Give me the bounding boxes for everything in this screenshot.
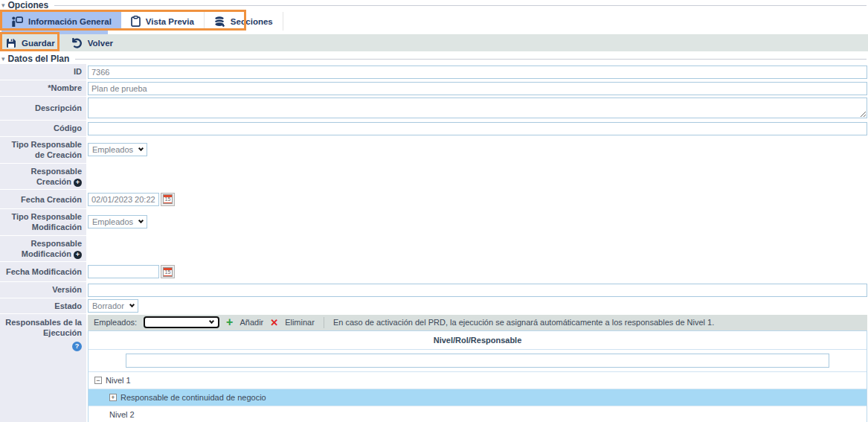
fecha-modificacion-input[interactable] <box>88 265 159 278</box>
tab-label: Secciones <box>231 17 273 26</box>
codigo-label: Código <box>0 121 86 136</box>
responsables-panel: Empleados: + Añadir ✕ Eliminar En caso d… <box>88 315 867 422</box>
volver-label: Volver <box>88 39 113 48</box>
responsable-creacion-label: Responsable Creación+ <box>0 164 86 190</box>
tab-label: Vista Previa <box>146 17 194 26</box>
chevron-down-icon <box>129 302 135 307</box>
estado-select[interactable]: Borrador <box>88 299 138 313</box>
tab-bar: Información General Vista Previa <box>0 12 868 31</box>
expand-toggle-icon[interactable]: + <box>109 394 117 401</box>
fecha-creacion-input[interactable] <box>88 193 159 206</box>
nombre-input[interactable] <box>88 82 867 95</box>
form-row-tipo-responsable-creacion: Tipo Responsable de Creación Empleados <box>0 137 868 163</box>
fecha-modificacion-label: Fecha Modificación <box>0 262 86 281</box>
form-row-responsables-ejecucion: Responsables de la Ejecución ? Empleados… <box>0 314 868 422</box>
tree-row-label: Nivel 1 <box>106 376 131 385</box>
responsables-toolbar: Empleados: + Añadir ✕ Eliminar En caso d… <box>88 315 867 330</box>
undo-arrow-icon <box>71 38 83 48</box>
empleado-select[interactable] <box>144 316 219 328</box>
tipo-responsable-creacion-select[interactable]: Empleados <box>88 143 147 156</box>
form-row-responsable-modificacion: Responsable Modificación+ <box>0 236 868 262</box>
responsable-creacion-value <box>86 164 868 190</box>
table-filter-row <box>89 350 867 372</box>
add-responsable-creacion-icon[interactable]: + <box>74 179 82 187</box>
tab-vista-previa[interactable]: Vista Previa <box>121 12 205 31</box>
chevron-down-icon <box>209 319 214 324</box>
responsable-modificacion-value <box>86 236 868 262</box>
form-row-codigo: Código <box>0 121 868 136</box>
eliminar-button[interactable]: Eliminar <box>285 318 315 327</box>
opciones-title: Opciones <box>8 0 49 10</box>
form-row-id: ID <box>0 64 868 80</box>
tree-filter-input[interactable] <box>126 354 829 368</box>
version-input[interactable] <box>88 284 867 297</box>
clipboard-icon <box>131 16 141 27</box>
opciones-section-header: ▾ Opciones <box>0 0 868 10</box>
tab-label: Información General <box>28 17 112 26</box>
estado-label: Estado <box>0 298 86 313</box>
plan-edit-page: ▾ Opciones Información General Vist <box>0 0 868 422</box>
form-row-nombre: *Nombre <box>0 80 868 96</box>
tab-informacion-general[interactable]: Información General <box>1 12 121 31</box>
descripcion-textarea[interactable] <box>88 97 867 118</box>
calendar-icon: 15 <box>163 194 173 204</box>
tree-row-label: Responsable de continuidad de negocio <box>120 393 266 402</box>
id-input[interactable] <box>88 65 867 79</box>
anadir-button[interactable]: Añadir <box>239 318 263 327</box>
tree-row-label: Nivel 2 <box>109 410 135 419</box>
calendar-icon: 15 <box>163 267 173 277</box>
form-row-tipo-responsable-modificacion: Tipo Responsable Modificación Empleados <box>0 209 868 235</box>
version-label: Versión <box>0 282 86 297</box>
delete-icon[interactable]: ✕ <box>270 318 278 327</box>
datos-title: Datos del Plan <box>8 54 70 64</box>
nombre-label: *Nombre <box>0 80 86 96</box>
responsable-modificacion-label: Responsable Modificación+ <box>0 236 86 262</box>
toolbar: Guardar Volver <box>0 34 868 51</box>
form-row-version: Versión <box>0 282 868 297</box>
database-icon <box>214 16 225 27</box>
divider <box>324 317 324 328</box>
divider <box>54 5 867 6</box>
add-icon[interactable]: + <box>226 316 233 328</box>
tree-row-nivel-1[interactable]: − Nivel 1 <box>89 372 867 389</box>
datos-section-header: ▾ Datos del Plan <box>0 54 868 64</box>
collapse-arrow-icon[interactable]: ▾ <box>1 2 5 9</box>
form-row-descripcion: Descripción <box>0 97 868 120</box>
tipo-responsable-modificacion-select[interactable]: Empleados <box>88 215 147 228</box>
divider <box>75 59 867 60</box>
save-icon <box>6 38 16 48</box>
tree-row-nivel-2[interactable]: Nivel 2 <box>89 406 867 422</box>
help-icon[interactable]: ? <box>72 342 82 351</box>
codigo-input[interactable] <box>88 122 867 135</box>
add-responsable-modificacion-icon[interactable]: + <box>74 251 82 259</box>
form-row-fecha-modificacion: Fecha Modificación 15 <box>0 262 868 281</box>
responsables-table: Nivel/Rol/Responsable − Nivel 1 + Respon… <box>88 330 867 422</box>
plan-form: ID *Nombre Descripción Código Tipo Respo… <box>0 64 868 422</box>
form-row-estado: Estado Borrador <box>0 298 868 313</box>
collapse-toggle-icon[interactable]: − <box>94 377 102 384</box>
table-header: Nivel/Rol/Responsable <box>89 331 867 350</box>
person-presenter-icon <box>11 16 23 27</box>
fecha-modificacion-calendar-button[interactable]: 15 <box>161 265 175 278</box>
responsables-ejecucion-label: Responsables de la Ejecución ? <box>0 314 86 422</box>
prd-note: En caso de activación del PRD, la ejecuc… <box>333 318 714 327</box>
tipo-responsable-modificacion-label: Tipo Responsable Modificación <box>0 209 86 235</box>
tree-row-responsable-continuidad[interactable]: + Responsable de continuidad de negocio <box>89 389 867 406</box>
empleados-selector-label: Empleados: <box>94 318 137 327</box>
form-row-fecha-creacion: Fecha Creación 15 <box>0 190 868 208</box>
collapse-arrow-icon[interactable]: ▾ <box>1 56 5 63</box>
chevron-down-icon <box>138 218 144 223</box>
chevron-down-icon <box>138 146 144 151</box>
guardar-label: Guardar <box>22 39 55 48</box>
tab-secciones[interactable]: Secciones <box>205 12 283 31</box>
form-row-responsable-creacion: Responsable Creación+ <box>0 164 868 190</box>
guardar-button[interactable]: Guardar <box>6 38 55 48</box>
volver-button[interactable]: Volver <box>71 38 113 48</box>
fecha-creacion-calendar-button[interactable]: 15 <box>161 193 175 206</box>
tipo-responsable-creacion-label: Tipo Responsable de Creación <box>0 137 86 163</box>
fecha-creacion-label: Fecha Creación <box>0 190 86 208</box>
id-label: ID <box>0 64 86 80</box>
descripcion-label: Descripción <box>0 97 86 120</box>
